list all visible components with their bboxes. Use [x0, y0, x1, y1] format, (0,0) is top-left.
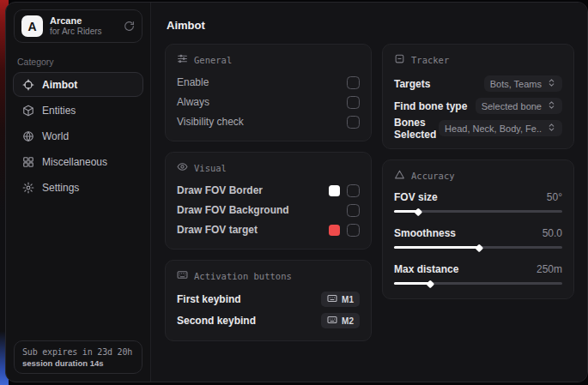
- fov-target-checkbox[interactable]: [347, 224, 360, 237]
- setting-row-visibility-check: Visibility check: [177, 112, 360, 131]
- subscription-box: Sub expires in 23d 20h session duration …: [14, 340, 142, 374]
- scan-icon: [394, 53, 405, 66]
- keybind-value: M1: [342, 295, 354, 304]
- globe-icon: [22, 130, 34, 142]
- app-subtitle: for Arc Riders: [50, 27, 117, 37]
- visual-card: Visual Draw FOV Border Draw FOV Backgrou…: [165, 152, 372, 250]
- category-label: Category: [17, 57, 150, 67]
- slider-knob[interactable]: [426, 280, 433, 287]
- keyboard-icon: [177, 269, 188, 282]
- fov-border-color-swatch[interactable]: [329, 185, 340, 196]
- setting-row-always: Always: [177, 93, 360, 111]
- main-content: Aimbot General Enable: [151, 3, 587, 382]
- sidebar-item-world[interactable]: World: [13, 123, 143, 148]
- setting-label: Smoothness: [394, 227, 456, 239]
- app-header: A Arcane for Arc Riders: [14, 9, 142, 43]
- setting-label: Bones Selected: [394, 117, 439, 141]
- setting-row-bones-selected: Bones Selected Head, Neck, Body, Fe..: [394, 117, 562, 139]
- setting-row-fov-background: Draw FOV Background: [177, 201, 360, 220]
- setting-row-find-bone-type: Find bone type Selected bone: [394, 95, 562, 117]
- fov-size-slider[interactable]: [394, 208, 562, 215]
- slider-fill: [394, 246, 478, 249]
- sidebar-item-entities[interactable]: Entities: [13, 98, 143, 123]
- activation-card: Activation buttons First keybind M1: [165, 260, 372, 341]
- sidebar-item-label: Miscellaneous: [42, 156, 107, 168]
- sliders-icon: [177, 53, 188, 66]
- enable-checkbox[interactable]: [347, 76, 360, 89]
- chevrons-up-down-icon: [547, 100, 556, 111]
- visibility-check-checkbox[interactable]: [347, 116, 360, 129]
- page-title: Aimbot: [167, 19, 574, 32]
- keyboard-icon: [327, 315, 337, 327]
- sidebar-item-miscellaneous[interactable]: Miscellaneous: [13, 149, 143, 174]
- smoothness-value: 50.0: [543, 227, 562, 239]
- fov-target-color-swatch[interactable]: [329, 225, 340, 236]
- setting-label: First keybind: [177, 293, 241, 305]
- sidebar-item-aimbot[interactable]: Aimbot: [13, 72, 143, 97]
- accuracy-card-title: Accuracy: [411, 171, 455, 181]
- setting-label: Find bone type: [394, 100, 467, 112]
- first-keybind-button[interactable]: M1: [321, 292, 360, 307]
- general-card-title: General: [194, 55, 232, 65]
- bones-selected-dropdown[interactable]: Head, Neck, Body, Fe..: [439, 120, 562, 136]
- setting-label: Max distance: [394, 263, 458, 275]
- tracker-card: Tracker Targets Bots, Teams: [382, 44, 574, 149]
- app-title: Arcane: [50, 15, 117, 27]
- fov-border-checkbox[interactable]: [347, 184, 360, 197]
- setting-row-first-keybind: First keybind M1: [177, 289, 360, 310]
- setting-label: Targets: [394, 78, 430, 90]
- sidebar-item-settings[interactable]: Settings: [13, 175, 143, 200]
- refresh-icon[interactable]: [124, 21, 135, 32]
- triangle-icon: [394, 169, 405, 182]
- sidebar-nav: Aimbot Entities World: [6, 72, 150, 201]
- slider-knob[interactable]: [475, 244, 482, 251]
- entities-cube-icon: [22, 105, 34, 117]
- setting-row-targets: Targets Bots, Teams: [394, 73, 562, 94]
- sidebar-item-label: Aimbot: [42, 79, 77, 91]
- session-duration-text: session duration 14s: [22, 358, 134, 368]
- fov-background-checkbox[interactable]: [347, 204, 360, 217]
- sidebar: A Arcane for Arc Riders Category Aimbot: [6, 3, 151, 382]
- crosshair-icon: [22, 79, 34, 91]
- max-distance-slider[interactable]: [394, 280, 562, 287]
- keybind-value: M2: [342, 316, 354, 326]
- setting-row-max-distance: Max distance 250m: [394, 261, 562, 287]
- tracker-card-title: Tracker: [411, 55, 449, 65]
- sidebar-item-label: Settings: [42, 182, 79, 194]
- activation-card-title: Activation buttons: [194, 271, 292, 281]
- chevrons-up-down-icon: [547, 78, 556, 89]
- setting-label: Second keybind: [177, 315, 256, 327]
- setting-label: FOV size: [394, 191, 438, 203]
- setting-row-fov-border: Draw FOV Border: [177, 181, 360, 200]
- slider-fill: [394, 210, 417, 213]
- setting-row-enable: Enable: [177, 73, 360, 92]
- setting-label: Draw FOV Border: [177, 184, 263, 196]
- sub-expiry-text: Sub expires in 23d 20h: [22, 347, 134, 357]
- sidebar-item-label: Entities: [42, 105, 76, 117]
- setting-row-fov-target: Draw FOV target: [177, 220, 360, 239]
- setting-row-second-keybind: Second keybind M2: [177, 310, 360, 331]
- always-checkbox[interactable]: [347, 96, 360, 109]
- smoothness-slider[interactable]: [394, 244, 562, 251]
- targets-dropdown[interactable]: Bots, Teams: [484, 75, 562, 92]
- fov-size-value: 50°: [547, 191, 562, 203]
- find-bone-type-dropdown[interactable]: Selected bone: [476, 98, 562, 114]
- dropdown-value: Selected bone: [482, 101, 542, 111]
- setting-label: Draw FOV Background: [177, 204, 289, 216]
- app-window: A Arcane for Arc Riders Category Aimbot: [5, 2, 588, 382]
- dropdown-value: Bots, Teams: [490, 79, 542, 89]
- slider-knob[interactable]: [415, 208, 422, 215]
- setting-row-smoothness: Smoothness 50.0: [394, 225, 562, 251]
- setting-row-fov-size: FOV size 50°: [394, 189, 562, 215]
- chevrons-up-down-icon: [547, 123, 556, 134]
- visual-card-title: Visual: [194, 163, 227, 173]
- app-logo: A: [21, 15, 43, 37]
- grid-icon: [22, 156, 34, 168]
- setting-label: Visibility check: [177, 116, 244, 128]
- eye-icon: [177, 161, 188, 174]
- dropdown-value: Head, Neck, Body, Fe..: [445, 123, 542, 134]
- second-keybind-button[interactable]: M2: [321, 313, 360, 328]
- general-card: General Enable Always Visibility check: [165, 44, 372, 141]
- max-distance-value: 250m: [536, 263, 562, 275]
- setting-label: Draw FOV target: [177, 224, 258, 236]
